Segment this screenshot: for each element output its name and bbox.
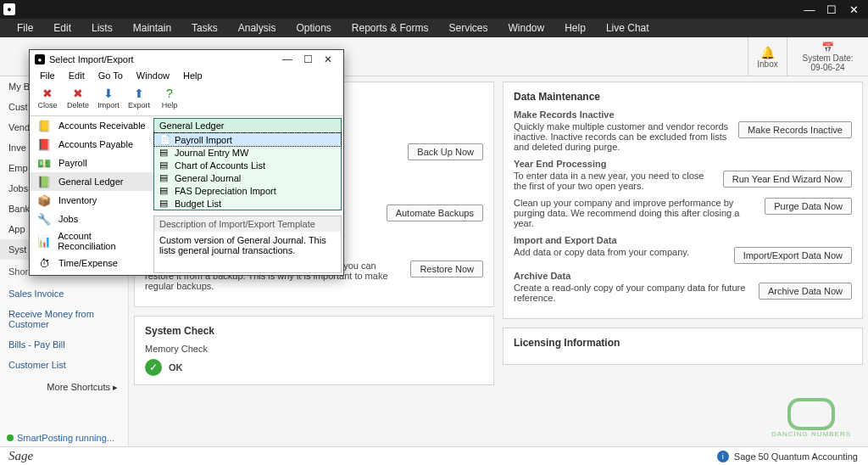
archive-data-now-button[interactable]: Archive Data Now	[759, 283, 852, 300]
dialog-description-body: Custom version of General Journal. This …	[154, 232, 341, 272]
dialog-category-payroll[interactable]: 💵Payroll	[30, 154, 153, 172]
dialog-tool-export[interactable]: ⬆Export	[125, 86, 153, 114]
menu-file[interactable]: File	[7, 20, 43, 36]
watermark-text: DANCING NUMBERS	[771, 430, 851, 438]
dialog-description-box: Description of Import/Export Template Cu…	[153, 216, 342, 273]
menu-help[interactable]: Help	[554, 20, 596, 36]
run-year-end-wizard-button[interactable]: Run Year End Wizard Now	[723, 171, 852, 188]
menu-services[interactable]: Services	[439, 20, 498, 36]
status-bar: Sage i Sage 50 Quantum Accounting	[0, 446, 868, 465]
back-up-now-button[interactable]: Back Up Now	[408, 143, 483, 160]
category-icon: 🔧	[35, 212, 53, 226]
shortcut-bills-pay-bill[interactable]: Bills - Pay Bill	[0, 334, 128, 355]
dialog-tool-close[interactable]: ✖Close	[33, 86, 62, 114]
category-icon: 💵	[35, 156, 53, 170]
more-shortcuts[interactable]: More Shortcuts ▸	[0, 375, 128, 400]
menu-reports-forms[interactable]: Reports & Forms	[342, 20, 439, 36]
inbox-label: Inbox	[757, 59, 777, 69]
menu-analysis[interactable]: Analysis	[228, 20, 287, 36]
menu-tasks[interactable]: Tasks	[181, 20, 228, 36]
app-titlebar: ● — ☐ ✕	[0, 0, 868, 19]
dialog-item-fas-depreciation-import[interactable]: ▤FAS Depreciation Import	[154, 184, 341, 197]
check-ok-icon: ✓	[145, 359, 162, 376]
window-close[interactable]: ✕	[843, 2, 865, 17]
menu-maintain[interactable]: Maintain	[123, 20, 181, 36]
inbox-button[interactable]: 🔔 Inbox	[748, 37, 787, 76]
memory-check-label: Memory Check	[145, 344, 483, 354]
make-inactive-sub: Make Records Inactive	[514, 109, 852, 120]
menu-lists[interactable]: Lists	[81, 20, 123, 36]
dialog-title: Select Import/Export	[49, 54, 134, 64]
dialog-template-list[interactable]: General Ledger 📄Payroll Import▤Journal E…	[153, 118, 342, 210]
watermark: DANCING NUMBERS	[771, 398, 851, 438]
dialog-close[interactable]: ✕	[318, 53, 338, 65]
list-item-icon: ▤	[159, 147, 170, 158]
dialog-category-account-reconciliation[interactable]: 📊Account Reconciliation	[30, 228, 153, 254]
dialog-category-inventory[interactable]: 📦Inventory	[30, 191, 153, 210]
dialog-menu-edit[interactable]: Edit	[62, 69, 92, 84]
archive-text: Create a read-only copy of your company …	[514, 283, 750, 303]
dialog-category-time-expense[interactable]: ⏱Time/Expense	[30, 254, 153, 272]
dialog-category-accounts-receivable[interactable]: 📒Accounts Receivable	[30, 116, 153, 135]
dialog-item-payroll-import[interactable]: 📄Payroll Import	[154, 133, 341, 146]
menu-edit[interactable]: Edit	[43, 20, 81, 36]
dialog-item-chart-of-accounts-list[interactable]: ▤Chart of Accounts List	[154, 159, 341, 171]
window-maximize[interactable]: ☐	[821, 2, 843, 17]
delete-icon: ✖	[70, 86, 86, 101]
dialog-list-header: General Ledger	[154, 119, 341, 133]
dialog-titlebar: ● Select Import/Export — ☐ ✕	[30, 50, 343, 69]
shortcut-receive-money-from-customer[interactable]: Receive Money from Customer	[0, 304, 128, 334]
dialog-category-jobs[interactable]: 🔧Jobs	[30, 210, 153, 228]
licensing-header: Licensing Information	[514, 337, 852, 349]
menu-options[interactable]: Options	[286, 20, 341, 36]
dialog-app-icon: ●	[35, 54, 45, 64]
system-date: 📅 System Date: 09-06-24	[787, 37, 868, 76]
status-dot-icon	[7, 434, 14, 441]
purge-data-now-button[interactable]: Purge Data Now	[765, 198, 852, 215]
select-import-export-dialog: ● Select Import/Export — ☐ ✕ FileEditGo …	[29, 49, 344, 276]
dialog-menubar: FileEditGo ToWindowHelp	[30, 69, 343, 84]
dialog-menu-window[interactable]: Window	[130, 69, 176, 84]
import-icon: ⬇	[101, 86, 116, 101]
dialog-item-journal-entry-mw[interactable]: ▤Journal Entry MW	[154, 146, 341, 159]
dialog-item-general-journal[interactable]: ▤General Journal	[154, 171, 341, 184]
dialog-tool-help[interactable]: ?Help	[155, 86, 184, 114]
system-check-header: System Check	[145, 325, 483, 337]
app-menubar: FileEditListsMaintainTasksAnalysisOption…	[0, 19, 868, 37]
dialog-menu-file[interactable]: File	[33, 69, 62, 84]
info-icon[interactable]: i	[717, 451, 729, 462]
watermark-logo-icon	[787, 398, 835, 430]
shortcut-sales-invoice[interactable]: Sales Invoice	[0, 283, 128, 304]
import-export-data-now-button[interactable]: Import/Export Data Now	[734, 247, 852, 264]
category-icon: ⏱	[35, 256, 53, 270]
make-records-inactive-button[interactable]: Make Records Inactive	[738, 121, 852, 138]
dialog-minimize[interactable]: —	[277, 53, 298, 65]
menu-window[interactable]: Window	[498, 20, 555, 36]
make-inactive-text: Quickly make multiple customer and vendo…	[514, 121, 730, 152]
restore-now-button[interactable]: Restore Now	[410, 261, 483, 277]
dialog-category-accounts-payable[interactable]: 📕Accounts Payable	[30, 135, 153, 154]
dialog-tool-import[interactable]: ⬇Import	[94, 86, 123, 114]
dialog-menu-help[interactable]: Help	[176, 69, 209, 84]
dialog-category-general-ledger[interactable]: 📗General Ledger	[30, 172, 153, 191]
dialog-menu-go-to[interactable]: Go To	[92, 69, 130, 84]
window-minimize[interactable]: —	[798, 2, 821, 17]
menu-live-chat[interactable]: Live Chat	[596, 20, 659, 36]
sage-logo: Sage	[0, 449, 33, 463]
category-icon: 📦	[35, 193, 53, 207]
dialog-item-budget-list[interactable]: ▤Budget List	[154, 197, 341, 210]
data-maintenance-panel: Data Maintenance Make Records Inactive Q…	[503, 81, 863, 319]
automate-backups-button[interactable]: Automate Backups	[387, 204, 483, 221]
dialog-tool-delete[interactable]: ✖Delete	[64, 86, 92, 114]
list-item-icon: ▤	[159, 185, 170, 196]
dialog-maximize[interactable]: ☐	[298, 53, 318, 65]
export-icon: ⬆	[131, 86, 147, 101]
help-icon: ?	[162, 86, 177, 101]
dialog-description-header: Description of Import/Export Template	[154, 216, 341, 232]
smartposting-status[interactable]: SmartPosting running...	[7, 433, 114, 443]
year-end-text: To enter data in a new year, you need to…	[514, 171, 715, 191]
memory-check-status: OK	[169, 362, 183, 373]
shortcut-customer-list[interactable]: Customer List	[0, 355, 128, 375]
category-icon: 📒	[35, 119, 53, 132]
category-icon: 📗	[35, 175, 53, 188]
